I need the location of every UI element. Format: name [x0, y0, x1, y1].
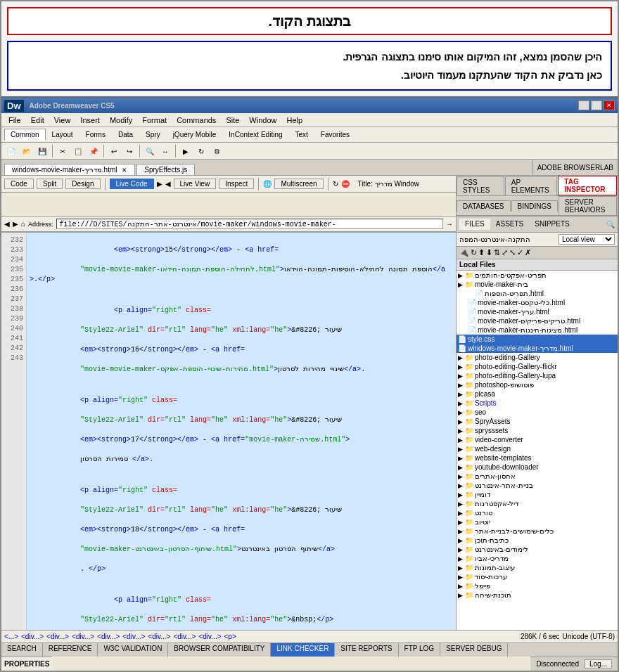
insert-tab-data[interactable]: Data — [112, 129, 139, 141]
file-item-הוספות[interactable]: 📄 תפריט-הוספות.html — [457, 289, 618, 298]
reference-tab[interactable]: REFERENCE — [43, 643, 98, 657]
browser-compat-tab[interactable]: BROWSER COMPATIBILITY — [168, 643, 271, 657]
tag-div8[interactable]: <div...> — [198, 633, 221, 640]
server-behaviors-tab[interactable]: SERVER BEHAVIORS — [559, 196, 617, 215]
toolbar-settings[interactable]: ⚙ — [210, 144, 224, 158]
tag-div3[interactable]: <div...> — [72, 633, 94, 640]
address-input[interactable] — [56, 219, 443, 229]
file-item-windows-movie[interactable]: 📄 windows-movie-maker-מדריך.html — [457, 344, 618, 353]
inspect-btn[interactable]: Inspect — [219, 179, 254, 189]
file-item-youtube-downloader[interactable]: ▶ 📁 youtube-downloader — [457, 463, 618, 472]
doc-tab-main-close[interactable]: ✕ — [122, 167, 127, 174]
toolbar-paste[interactable]: 📌 — [87, 144, 101, 158]
tag-div1[interactable]: <div...> — [21, 633, 44, 640]
doc-tab-main[interactable]: windows-movie-maker-מדריך.html ✕ — [4, 164, 135, 175]
file-item-בניית[interactable]: ▶ 📁 בניית-אתר-אינטרנט — [457, 481, 618, 490]
snippets-tab[interactable]: SNIPPETS — [529, 219, 575, 230]
sync-icon[interactable]: ⇅ — [494, 248, 500, 257]
file-item-תוכנת[interactable]: ▶ 📁 תוכנת-שיחה — [457, 590, 618, 600]
minimize-button[interactable]: − — [578, 101, 589, 110]
toolbar-search[interactable]: 🔍 — [143, 144, 157, 158]
doc-tab-spry[interactable]: SpryEffects.js — [136, 164, 195, 175]
toolbar-save[interactable]: 💾 — [35, 144, 49, 158]
tag-inspector-tab[interactable]: TAG INSPECTOR — [558, 176, 617, 195]
file-item-photo-flickr[interactable]: ▶ 📁 photo-editing-Gallery-flickr — [457, 362, 618, 371]
local-view-select[interactable]: Local view Remote view — [559, 234, 615, 245]
file-item-photo-gallery[interactable]: ▶ 📁 photo-editing-Gallery — [457, 353, 618, 362]
multiscreen-btn[interactable]: Multiscreen — [274, 179, 323, 189]
menu-window[interactable]: Window — [245, 115, 281, 125]
file-item-דומיין[interactable]: ▶ 📁 דומיין — [457, 490, 618, 499]
server-debug-tab[interactable]: SERVER DEBUG — [440, 643, 508, 657]
databases-tab[interactable]: DATABASES — [457, 200, 511, 212]
toolbar-copy[interactable]: 📋 — [71, 144, 85, 158]
css-styles-tab[interactable]: CSS STYLES — [457, 176, 504, 195]
log-button[interactable]: Log... — [585, 659, 612, 668]
link-checker-tab[interactable]: LINK CHECKER — [271, 643, 335, 657]
checkin-icon[interactable]: ✓ — [517, 248, 523, 257]
download-icon[interactable]: ⬇ — [486, 248, 492, 257]
site-reports-tab[interactable]: SITE REPORTS — [335, 643, 398, 657]
insert-tab-jquery[interactable]: jQuery Mobile — [167, 129, 223, 141]
menu-view[interactable]: View — [50, 115, 75, 125]
toolbar-redo[interactable]: ↪ — [122, 144, 136, 158]
go-icon[interactable]: → — [446, 220, 453, 228]
nav-back[interactable]: ◀ — [4, 220, 10, 228]
split-btn[interactable]: Split — [37, 179, 63, 189]
files-tab[interactable]: FILES — [459, 219, 490, 230]
collapse-icon[interactable]: ⤡ — [509, 248, 516, 257]
file-item-scripts[interactable]: ▶ 📁 Scripts — [457, 399, 618, 408]
code-content[interactable]: <em><strong>15</strong></em> - <a href= … — [27, 233, 456, 630]
toolbar-new[interactable]: 📄 — [4, 144, 18, 158]
tag-div4[interactable]: <div...> — [97, 633, 120, 640]
bindings-tab[interactable]: BINDINGS — [511, 200, 558, 212]
insert-tab-spry[interactable]: Spry — [139, 129, 167, 141]
assets-tab[interactable]: ASSETS — [490, 219, 529, 230]
tag-div2[interactable]: <div...> — [46, 633, 69, 640]
file-item-תפריט[interactable]: ▶ 📁 תפריט-אפקטים-חותמים — [457, 271, 618, 280]
file-item-website-templates[interactable]: ▶ 📁 website-templates — [457, 453, 618, 463]
nav-forward[interactable]: ▶ — [13, 220, 18, 228]
insert-tab-forms[interactable]: Forms — [79, 129, 112, 141]
file-item-מדריכי[interactable]: ▶ 📁 מדריכי-אביו — [457, 554, 618, 563]
file-item-web-design[interactable]: ▶ 📁 web-design — [457, 444, 618, 453]
file-item-כלים[interactable]: ▶ 📁 כלים-שימושים-לבניית-אתר — [457, 526, 618, 536]
file-item-sprysssets[interactable]: ▶ 📁 sprysssets — [457, 426, 618, 435]
upload-icon[interactable]: ⬆ — [478, 248, 485, 257]
file-item-video-converter[interactable]: ▶ 📁 video-converter — [457, 435, 618, 444]
file-item-מציגות[interactable]: 📄 movie-maker-מציגות-חינגות.html — [457, 325, 618, 335]
insert-tab-common[interactable]: Common — [4, 129, 46, 141]
tag-breadcrumb[interactable]: <...> — [4, 633, 18, 640]
insert-tab-incontext[interactable]: InContext Editing — [222, 129, 288, 141]
file-item-פייפל[interactable]: ▶ 📁 פייפל — [457, 581, 618, 590]
search-tab[interactable]: SEARCH — [1, 643, 43, 657]
file-item-כלי-טקסט[interactable]: 📄 movie-maker-כלי-טקסט.html — [457, 298, 618, 307]
menu-commands[interactable]: Commands — [172, 115, 220, 125]
tag-p[interactable]: <p> — [224, 633, 236, 640]
menu-insert[interactable]: Insert — [76, 115, 104, 125]
search-panel-icon[interactable]: 🔍 — [606, 221, 615, 228]
close-button[interactable]: ✕ — [604, 101, 615, 110]
file-item-לימודים[interactable]: ▶ 📁 לימודים-באינטרנט — [457, 545, 618, 554]
ftp-log-tab[interactable]: FTP LOG — [399, 643, 441, 657]
live-view-btn[interactable]: Live View — [174, 179, 217, 189]
insert-tab-layout[interactable]: Layout — [46, 129, 79, 141]
window-controls[interactable]: − □ ✕ — [578, 101, 615, 110]
maximize-button[interactable]: □ — [591, 101, 602, 110]
file-item-דיל[interactable]: ▶ 📁 דיל-אקסטרנות — [457, 499, 618, 508]
toolbar-refresh[interactable]: ↻ — [194, 144, 208, 158]
file-item-seo[interactable]: ▶ 📁 seo — [457, 408, 618, 417]
toolbar-replace[interactable]: ↔ — [158, 144, 172, 158]
tag-div7[interactable]: <div...> — [173, 633, 196, 640]
design-btn[interactable]: Design — [65, 179, 100, 189]
file-item-כתיבת[interactable]: ▶ 📁 כתיבת-תוכן — [457, 536, 618, 545]
file-item-style-css[interactable]: 📄 style.css — [457, 335, 618, 344]
file-item-movie-maker-בית[interactable]: ▶ 📁 movie-maker-בית — [457, 280, 618, 289]
menu-site[interactable]: Site — [222, 115, 243, 125]
live-code-btn[interactable]: Live Code — [110, 179, 154, 189]
insert-tab-text[interactable]: Text — [289, 129, 314, 141]
tag-div6[interactable]: <div...> — [148, 633, 170, 640]
file-item-picasa[interactable]: ▶ 📁 picasa — [457, 389, 618, 399]
toolbar-cut[interactable]: ✂ — [56, 144, 70, 158]
tag-div5[interactable]: <div...> — [122, 633, 145, 640]
